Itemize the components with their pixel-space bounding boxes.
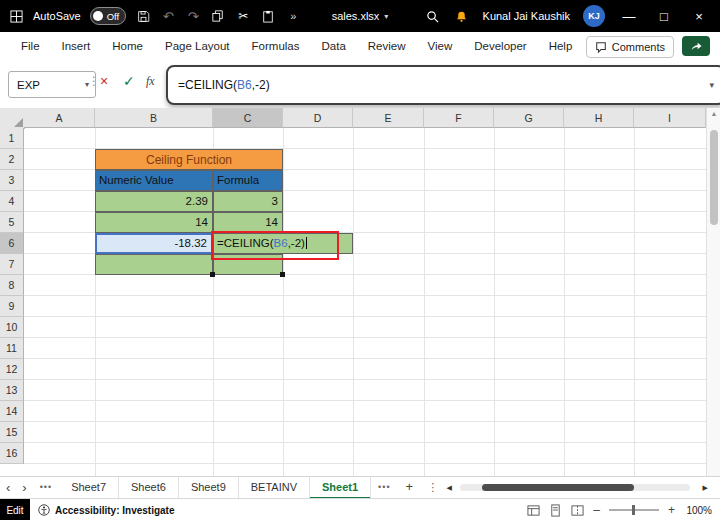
row-header-7[interactable]: 7 [0, 254, 24, 275]
save-icon[interactable] [135, 8, 151, 24]
vertical-scrollbar[interactable]: ▲ [706, 108, 720, 476]
zoom-level[interactable]: 100% [684, 505, 712, 516]
confirm-icon[interactable]: ✓ [123, 73, 135, 89]
page-break-view-icon[interactable] [571, 504, 584, 517]
column-header-I[interactable]: I [634, 108, 706, 128]
sheet-tab-sheet9[interactable]: Sheet9 [179, 477, 239, 499]
border-handle-right[interactable] [280, 272, 285, 277]
row-header-13[interactable]: 13 [0, 380, 24, 401]
next-sheet-icon[interactable]: › [16, 477, 32, 499]
row-header-14[interactable]: 14 [0, 401, 24, 422]
column-header-E[interactable]: E [353, 108, 424, 128]
row-header-12[interactable]: 12 [0, 359, 24, 380]
row-header-15[interactable]: 15 [0, 422, 24, 443]
add-sheet-icon[interactable]: + [398, 477, 422, 499]
column-header-B[interactable]: B [95, 108, 213, 128]
border-handle-left[interactable] [210, 272, 215, 277]
comments-button[interactable]: Comments [586, 36, 674, 58]
row-header-10[interactable]: 10 [0, 317, 24, 338]
column-header-A[interactable]: A [24, 108, 95, 128]
row-header-6[interactable]: 6 [0, 233, 24, 254]
app-launcher-icon[interactable] [8, 8, 24, 24]
formula-bar-expand-chevron-icon[interactable]: ▾ [709, 80, 714, 90]
column-header-G[interactable]: G [494, 108, 564, 128]
maximize-icon[interactable]: □ [653, 9, 675, 24]
previous-sheet-icon[interactable]: ‹ [0, 477, 16, 499]
user-name[interactable]: Kunal Jai Kaushik [483, 10, 570, 22]
cell-B3-header[interactable]: Numeric Value [95, 170, 213, 191]
hscroll-left-icon[interactable]: ◀ [447, 484, 452, 492]
horizontal-scrollbar-thumb[interactable] [482, 484, 634, 491]
tab-help[interactable]: Help [538, 32, 584, 60]
horizontal-scrollbar[interactable] [460, 484, 690, 491]
cell-B6-referenced[interactable]: -18.32 [95, 233, 213, 254]
redo-icon[interactable]: ↷ [185, 8, 201, 24]
toggle-knob [93, 11, 103, 21]
tab-page-layout[interactable]: Page Layout [154, 32, 241, 60]
tab-view[interactable]: View [417, 32, 464, 60]
more-sheets-right-icon[interactable]: ••• [371, 477, 397, 499]
row-header-16[interactable]: 16 [0, 443, 24, 464]
page-layout-view-icon[interactable] [549, 504, 562, 517]
cancel-icon[interactable]: × [100, 73, 108, 89]
zoom-in-icon[interactable]: + [668, 503, 675, 517]
paste-icon[interactable] [260, 8, 276, 24]
column-header-F[interactable]: F [424, 108, 494, 128]
cell-B5[interactable]: 14 [95, 212, 213, 233]
column-header-H[interactable]: H [564, 108, 634, 128]
row-header-3[interactable]: 3 [0, 170, 24, 191]
scroll-up-icon[interactable]: ▲ [707, 110, 720, 117]
row-header-9[interactable]: 9 [0, 296, 24, 317]
tab-home[interactable]: Home [101, 32, 154, 60]
worksheet-grid[interactable]: A B C D E F G H I 1 2 3 4 5 6 7 8 9 10 1… [0, 108, 720, 476]
row-header-11[interactable]: 11 [0, 338, 24, 359]
share-button[interactable] [682, 36, 710, 56]
row-header-5[interactable]: 5 [0, 212, 24, 233]
row-header-4[interactable]: 4 [0, 191, 24, 212]
normal-view-icon[interactable] [527, 504, 540, 517]
zoom-out-icon[interactable]: – [593, 503, 600, 517]
hscroll-right-icon[interactable]: ▶ [703, 484, 708, 492]
vertical-scrollbar-thumb[interactable] [710, 130, 718, 225]
row-header-2[interactable]: 2 [0, 149, 24, 170]
tab-developer[interactable]: Developer [463, 32, 537, 60]
zoom-slider[interactable] [609, 509, 659, 511]
minimize-icon[interactable]: — [618, 9, 640, 24]
more-sheets-left-icon[interactable]: ••• [33, 477, 59, 499]
column-header-D[interactable]: D [283, 108, 353, 128]
cell-C3-header[interactable]: Formula [213, 170, 283, 191]
undo-icon[interactable]: ↶ [160, 8, 176, 24]
sheet-tab-sheet6[interactable]: Sheet6 [119, 477, 179, 499]
tab-options-kebab-icon[interactable]: ⋮ [421, 477, 444, 499]
zoom-slider-thumb[interactable] [632, 505, 635, 515]
row-header-1[interactable]: 1 [0, 128, 24, 149]
search-icon[interactable] [425, 8, 441, 24]
copy-icon[interactable] [210, 8, 226, 24]
accessibility-status[interactable]: Accessibility: Investigate [38, 499, 175, 520]
notification-bell-icon[interactable] [454, 8, 470, 24]
cell-B7[interactable] [95, 254, 213, 275]
fx-icon[interactable]: fx [146, 74, 155, 89]
sheet-tab-betainv[interactable]: BETAINV [239, 477, 310, 499]
tab-review[interactable]: Review [357, 32, 417, 60]
tab-data[interactable]: Data [311, 32, 357, 60]
name-box[interactable]: EXP ▾ [8, 71, 96, 98]
close-icon[interactable]: × [688, 9, 710, 24]
cut-icon[interactable]: ✂ [235, 8, 251, 24]
user-avatar[interactable]: KJ [583, 5, 605, 27]
column-header-C[interactable]: C [213, 108, 283, 128]
cell-C5[interactable]: 14 [213, 212, 283, 233]
tab-insert[interactable]: Insert [51, 32, 102, 60]
document-title-area[interactable]: sales.xlsx ▾ [290, 0, 430, 32]
cell-B4[interactable]: 2.39 [95, 191, 213, 212]
sheet-tab-sheet7[interactable]: Sheet7 [59, 477, 119, 499]
select-all-corner[interactable] [0, 108, 25, 129]
autosave-toggle[interactable]: Off [90, 7, 127, 25]
tab-file[interactable]: File [10, 32, 51, 60]
cell-C4[interactable]: 3 [213, 191, 283, 212]
cell-B2-table-title[interactable]: Ceiling Function [95, 149, 283, 170]
formula-input[interactable]: =CEILING(B6,-2) ▾ [166, 65, 720, 105]
row-header-8[interactable]: 8 [0, 275, 24, 296]
tab-formulas[interactable]: Formulas [241, 32, 311, 60]
sheet-tab-sheet1-active[interactable]: Sheet1 [310, 477, 371, 499]
